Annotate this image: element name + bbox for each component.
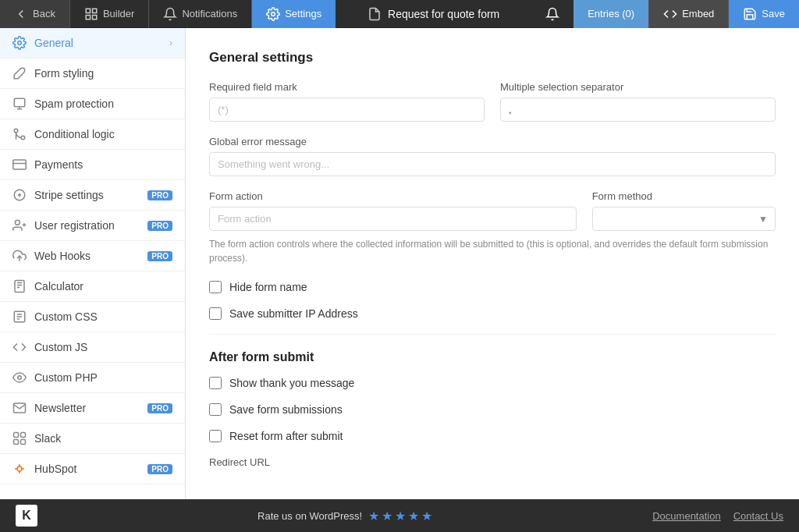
notifications-tab[interactable]: Notifications xyxy=(149,0,251,28)
save-submissions-label: Save form submissions xyxy=(229,403,343,416)
sidebar-item-spam-protection[interactable]: Spam protection xyxy=(0,89,185,119)
logic-icon xyxy=(12,127,27,141)
builder-label: Builder xyxy=(103,8,134,20)
reset-form-row[interactable]: Reset form after submit xyxy=(209,430,776,442)
spam-protection-label: Spam protection xyxy=(34,98,172,110)
show-thank-you-row[interactable]: Show thank you message xyxy=(209,377,776,389)
save-icon xyxy=(743,7,757,21)
star-2: ★ xyxy=(382,509,392,523)
hubspot-icon xyxy=(12,462,27,476)
sidebar-item-custom-js[interactable]: Custom JS xyxy=(0,332,185,363)
logo-k: K xyxy=(16,505,37,527)
after-submit-title: After form submit xyxy=(209,350,776,364)
form-method-select[interactable]: GET POST xyxy=(592,207,776,231)
sidebar-item-web-hooks[interactable]: Web Hooks PRO xyxy=(0,241,185,271)
payments-label: Payments xyxy=(34,158,172,171)
settings-label: Settings xyxy=(285,8,321,20)
save-ip-row[interactable]: Save submitter IP Address xyxy=(209,307,776,320)
sidebar-item-custom-php[interactable]: Custom PHP xyxy=(0,363,185,393)
main-layout: General › Form styling Spam protection C… xyxy=(0,28,799,499)
save-label: Save xyxy=(762,8,785,20)
hide-form-name-label: Hide form name xyxy=(229,281,307,293)
sidebar-item-stripe-settings[interactable]: Stripe settings PRO xyxy=(0,180,185,211)
sidebar-item-hubspot[interactable]: HubSpot PRO xyxy=(0,454,185,484)
save-button[interactable]: Save xyxy=(729,0,799,28)
save-ip-checkbox[interactable] xyxy=(209,307,222,320)
main-content: General settings Required field mark Mul… xyxy=(186,28,799,499)
slack-label: Slack xyxy=(34,432,172,445)
svg-point-5 xyxy=(18,41,22,45)
embed-button[interactable]: Embed xyxy=(649,0,728,28)
entries-label: Entries (0) xyxy=(588,8,634,20)
notifications-icon xyxy=(163,7,177,21)
back-button[interactable]: Back xyxy=(0,0,69,28)
embed-icon xyxy=(663,7,677,21)
form-icon xyxy=(368,7,382,21)
svg-point-26 xyxy=(17,466,22,471)
top-navigation: Back Builder Notifications Settings Requ… xyxy=(0,0,799,28)
notifications-label: Notifications xyxy=(182,8,237,20)
svg-rect-6 xyxy=(14,98,25,107)
web-hooks-pro-badge: PRO xyxy=(147,251,172,261)
form-action-input[interactable] xyxy=(209,207,577,231)
required-field-mark-input[interactable] xyxy=(209,98,485,122)
calculator-icon xyxy=(12,279,27,293)
newsletter-label: Newsletter xyxy=(34,402,137,414)
credit-card-icon xyxy=(12,158,27,172)
calculator-label: Calculator xyxy=(34,280,172,293)
svg-point-12 xyxy=(15,220,20,225)
sidebar-item-user-registration[interactable]: User registration PRO xyxy=(0,211,185,241)
form-method-group: Form method GET POST ▼ xyxy=(592,190,776,231)
sidebar-item-conditional-logic[interactable]: Conditional logic xyxy=(0,119,185,150)
sidebar-item-newsletter[interactable]: Newsletter PRO xyxy=(0,393,185,424)
hide-form-name-checkbox[interactable] xyxy=(209,281,222,293)
sidebar-item-custom-css[interactable]: Custom CSS xyxy=(0,302,185,332)
svg-rect-9 xyxy=(13,160,27,169)
required-field-mark-label: Required field mark xyxy=(209,81,485,93)
sidebar: General › Form styling Spam protection C… xyxy=(0,28,186,499)
mail-icon xyxy=(12,401,27,415)
redirect-url-group: Redirect URL xyxy=(209,456,776,468)
reset-form-label: Reset form after submit xyxy=(229,430,343,442)
svg-rect-24 xyxy=(14,440,19,445)
web-hooks-label: Web Hooks xyxy=(34,250,137,262)
footer-links: Documentation Contact Us xyxy=(652,510,783,522)
svg-rect-22 xyxy=(14,433,19,438)
svg-point-4 xyxy=(272,12,275,16)
builder-icon xyxy=(84,7,98,21)
newsletter-pro-badge: PRO xyxy=(147,403,172,413)
reset-form-checkbox[interactable] xyxy=(209,430,222,442)
star-5: ★ xyxy=(421,509,432,523)
entries-button[interactable]: Entries (0) xyxy=(574,0,648,28)
save-submissions-row[interactable]: Save form submissions xyxy=(209,403,776,416)
multiple-selection-separator-label: Multiple selection separator xyxy=(500,81,776,93)
sidebar-item-slack[interactable]: Slack xyxy=(0,424,185,454)
sidebar-item-calculator[interactable]: Calculator xyxy=(0,271,185,302)
sidebar-item-payments[interactable]: Payments xyxy=(0,150,185,180)
hide-form-name-row[interactable]: Hide form name xyxy=(209,281,776,293)
hubspot-pro-badge: PRO xyxy=(147,464,172,474)
php-icon xyxy=(12,371,27,385)
settings-tab[interactable]: Settings xyxy=(252,0,336,28)
section-divider xyxy=(209,334,776,335)
show-thank-you-checkbox[interactable] xyxy=(209,377,222,389)
contact-link[interactable]: Contact Us xyxy=(733,510,783,522)
bell-icon xyxy=(545,7,559,21)
sidebar-item-general[interactable]: General › xyxy=(0,28,185,59)
row-required-separator: Required field mark Multiple selection s… xyxy=(209,81,776,122)
js-icon xyxy=(12,340,27,354)
upload-icon xyxy=(12,249,27,263)
bell-icon-button[interactable] xyxy=(531,0,574,28)
global-error-message-input[interactable] xyxy=(209,152,776,176)
documentation-link[interactable]: Documentation xyxy=(652,510,720,522)
builder-tab[interactable]: Builder xyxy=(70,0,148,28)
multiple-selection-separator-input[interactable] xyxy=(500,98,776,122)
general-label: General xyxy=(34,37,162,49)
save-submissions-checkbox[interactable] xyxy=(209,403,222,416)
svg-rect-23 xyxy=(21,433,26,438)
slack-icon xyxy=(12,431,27,445)
sidebar-item-form-styling[interactable]: Form styling xyxy=(0,59,185,89)
rate-text: Rate us on WordPress! xyxy=(257,510,362,522)
star-rating: ★ ★ ★ ★ ★ xyxy=(368,509,432,523)
custom-css-label: Custom CSS xyxy=(34,310,172,323)
